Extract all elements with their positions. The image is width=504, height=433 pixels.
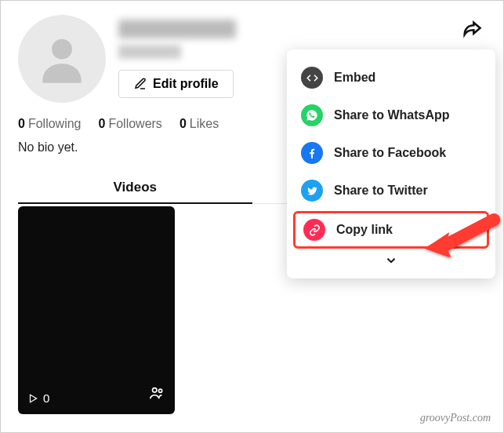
watermark: groovyPost.com <box>420 412 491 424</box>
video-audience-icon <box>148 384 165 405</box>
edit-icon <box>133 77 147 91</box>
tab-videos-label: Videos <box>114 180 157 195</box>
following-count: 0 <box>18 117 25 130</box>
share-item-label: Copy link <box>336 223 393 237</box>
followers-label: Followers <box>108 117 161 130</box>
username-redacted <box>118 20 236 38</box>
likes-count: 0 <box>179 117 187 130</box>
following-label: Following <box>28 117 82 130</box>
share-item-embed[interactable]: Embed <box>287 59 495 96</box>
stat-followers[interactable]: 0Followers <box>99 117 162 131</box>
whatsapp-icon <box>301 104 323 126</box>
share-arrow-icon <box>461 18 483 40</box>
code-icon <box>301 67 323 89</box>
followers-count: 0 <box>99 117 106 130</box>
avatar[interactable] <box>18 15 106 103</box>
edit-profile-label: Edit profile <box>153 77 219 91</box>
share-item-whatsapp[interactable]: Share to WhatsApp <box>287 96 495 134</box>
displayname-redacted <box>118 45 181 59</box>
stat-following[interactable]: 0Following <box>18 117 82 131</box>
share-item-label: Share to Facebook <box>334 146 446 160</box>
share-item-label: Share to Twitter <box>334 184 428 198</box>
person-icon <box>33 30 91 88</box>
likes-label: Likes <box>190 117 219 130</box>
video-card[interactable]: 0 <box>18 206 175 414</box>
svg-point-2 <box>158 389 161 392</box>
facebook-icon <box>301 142 323 164</box>
svg-point-0 <box>52 39 72 60</box>
share-menu: Embed Share to WhatsApp Share to Faceboo… <box>287 49 495 278</box>
svg-point-1 <box>153 388 158 393</box>
share-button[interactable] <box>458 15 486 45</box>
video-views: 0 <box>27 391 49 405</box>
play-outline-icon <box>27 393 38 404</box>
share-item-twitter[interactable]: Share to Twitter <box>287 172 495 209</box>
twitter-icon <box>301 180 323 202</box>
stat-likes[interactable]: 0Likes <box>179 117 219 131</box>
share-item-copy-link[interactable]: Copy link <box>293 211 489 249</box>
tab-videos[interactable]: Videos <box>18 172 252 203</box>
link-icon <box>303 219 325 241</box>
chevron-down-icon <box>384 253 398 267</box>
edit-profile-button[interactable]: Edit profile <box>118 70 234 98</box>
people-icon <box>148 384 165 402</box>
share-item-label: Share to WhatsApp <box>334 108 450 122</box>
share-menu-expand[interactable] <box>287 250 495 275</box>
share-item-facebook[interactable]: Share to Facebook <box>287 134 495 172</box>
views-count: 0 <box>43 391 49 405</box>
share-item-label: Embed <box>334 71 375 85</box>
